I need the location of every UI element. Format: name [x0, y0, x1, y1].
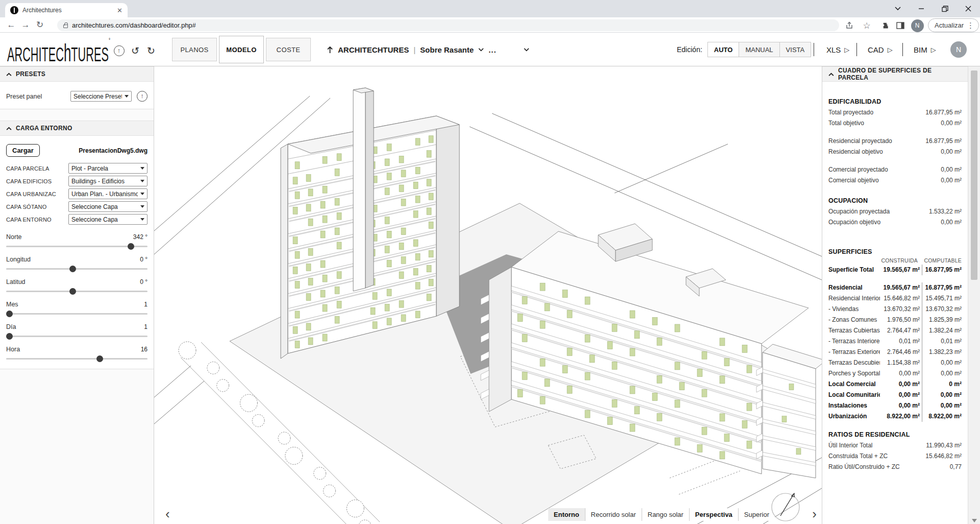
preset-upload-icon[interactable]: ↑ [137, 91, 148, 102]
url-bar[interactable]: architechtures.com/dashboard/editor.php# [57, 19, 839, 31]
superficies-computable: 13.670,32 m² [922, 304, 962, 315]
browser-menu-dots-icon[interactable]: ⋮ [967, 21, 974, 30]
slider-thumb[interactable] [69, 288, 76, 295]
section-chevron-down-icon[interactable] [524, 48, 529, 52]
breadcrumb-project[interactable]: ARCHITECHTURES [338, 45, 409, 54]
model-viewport[interactable]: ‹ › EntornoRecorrido solarRango solarPer… [154, 66, 822, 524]
superficies-computable: 16.877,95 m² [922, 265, 962, 275]
share-icon[interactable] [842, 19, 856, 32]
view-tab-rango-solar[interactable]: Rango solar [642, 508, 689, 521]
edition-mode-vista[interactable]: VISTA [780, 42, 812, 57]
edificabilidad-label: Comercial proyectado [828, 164, 888, 175]
ocupacion-row: Ocupación proyectada1.533,22 m² [828, 206, 962, 217]
layer-select-4[interactable]: Seleccione Capa [68, 214, 148, 225]
reload-icon[interactable]: ↻ [33, 19, 47, 30]
slider-thumb[interactable] [128, 243, 134, 250]
back-icon[interactable]: ← [4, 20, 18, 30]
presets-panel-header[interactable]: PRESETS [0, 66, 154, 82]
forward-icon[interactable]: → [18, 20, 33, 30]
slider-track[interactable] [6, 358, 148, 360]
superficies-label: Residencial [828, 282, 880, 293]
edificabilidad-row: Residencial objetivo0,00 m² [828, 147, 962, 157]
edificabilidad-row: Total proyectado16.877,95 m² [828, 107, 962, 118]
upload-project-icon[interactable]: ↑ [113, 45, 125, 56]
scrollbar-down-arrow-icon[interactable] [972, 519, 977, 522]
slider-track[interactable] [6, 268, 148, 270]
slider-value: 0 ° [140, 256, 148, 263]
update-button[interactable]: Actualizar ⋮ [928, 18, 979, 32]
preset-select[interactable]: Seleccione Preset [70, 91, 132, 102]
bookmark-star-icon[interactable]: ☆ [860, 19, 874, 32]
superficies-row: Terrazas Descubiertas1.154,38 m²0,00 m² [828, 358, 962, 368]
side-panel-icon[interactable] [893, 19, 908, 32]
superficies-label: Instalaciones [828, 400, 880, 411]
export-cad-button[interactable]: CAD▷ [868, 44, 893, 55]
layer-select-value: Buildings - Edificios [71, 178, 125, 185]
edition-mode-auto[interactable]: AUTO [707, 42, 740, 57]
layer-select-1[interactable]: Buildings - Edificios [68, 176, 148, 186]
redo-icon[interactable]: ↻ [145, 45, 157, 56]
tab-planos[interactable]: PLANOS [172, 38, 217, 61]
browser-tab[interactable]: Architechtures ✕ [5, 3, 128, 17]
extensions-puzzle-icon[interactable] [879, 19, 893, 32]
url-text: architechtures.com/dashboard/editor.php# [72, 21, 196, 29]
window-minimize-icon[interactable] [910, 0, 933, 17]
user-avatar[interactable]: N [950, 41, 967, 58]
compass-widget[interactable] [769, 489, 802, 523]
slider-hora: Hora16 [6, 346, 148, 360]
slider-thumb[interactable] [69, 266, 76, 272]
tab-close-icon[interactable]: ✕ [117, 7, 122, 14]
app-logo: ARCHITEChTURES° [7, 36, 110, 67]
breadcrumb-more[interactable]: ... [488, 45, 497, 54]
superficies-row: - Zonas Comunes1.976,50 m²1.825,39 m² [828, 315, 962, 325]
layer-select-2[interactable]: Urban Plan. - Urbanismo [68, 188, 148, 199]
view-tab-recorrido-solar[interactable]: Recorrido solar [585, 508, 642, 521]
collapse-chevron-icon [6, 127, 12, 130]
breadcrumb-level[interactable]: Sobre Rasante [420, 45, 474, 54]
environment-panel-header[interactable]: CARGA ENTORNO [0, 121, 154, 136]
export-xls-button[interactable]: XLS▷ [826, 44, 849, 55]
slider-thumb[interactable] [96, 355, 103, 362]
ratio-row: Útil Interior Total11.990,43 m² [828, 440, 962, 451]
select-chevron-icon [140, 193, 144, 195]
slider-thumb[interactable] [6, 311, 13, 317]
surfaces-panel-header[interactable]: CUADRO DE SUPERFICIES DE PARCELA [822, 66, 968, 82]
window-close-icon[interactable] [957, 0, 980, 17]
level-up-arrow-icon[interactable] [327, 46, 333, 54]
select-chevron-icon [140, 218, 144, 221]
superficies-columns: CONSTRUIDA COMPUTABLE [828, 257, 962, 264]
tab-modelo[interactable]: MODELO [219, 36, 264, 63]
slider-mes: Mes1 [6, 301, 148, 315]
slider-norte: Norte342 ° [6, 233, 148, 247]
window-menu-chevron-icon[interactable] [886, 0, 910, 17]
view-tab-perspectiva[interactable]: Perspectiva [689, 508, 738, 521]
scrollbar-thumb[interactable] [971, 70, 977, 280]
slider-track[interactable] [6, 336, 148, 337]
load-dwg-button[interactable]: Cargar [6, 144, 40, 157]
view-tab-entorno[interactable]: Entorno [548, 508, 585, 521]
edificabilidad-value: 0,00 m² [941, 164, 962, 175]
superficies-constructed: 0,00 m² [880, 390, 920, 400]
slider-track[interactable] [6, 313, 148, 315]
browser-profile-avatar[interactable]: N [910, 19, 925, 32]
page-scrollbar[interactable] [968, 66, 980, 524]
slider-track[interactable] [6, 291, 148, 292]
layer-select-0[interactable]: Plot - Parcela [68, 163, 148, 174]
layer-select-3[interactable]: Seleccione Capa [68, 201, 148, 212]
export-bim-button[interactable]: BIM▷ [914, 44, 936, 55]
slider-track[interactable] [6, 246, 148, 247]
undo-icon[interactable]: ↺ [130, 45, 141, 56]
pan-left-chevron[interactable]: ‹ [165, 509, 170, 519]
slider-value: 1 [144, 301, 148, 308]
tab-coste[interactable]: COSTE [266, 38, 311, 61]
edificabilidad-label: Residencial proyectado [828, 136, 892, 147]
level-chevron-down-icon[interactable] [478, 48, 484, 52]
pan-right-chevron[interactable]: › [812, 509, 817, 519]
superficies-computable: 1.382,23 m² [922, 347, 962, 358]
ratio-row: Ratio Útil/Construido + ZC0,77 [828, 462, 962, 472]
environment-sliders: Norte342 °Longitud0 °Latitud0 °Mes1Día1H… [6, 233, 148, 360]
slider-value: 16 [141, 346, 148, 353]
window-restore-icon[interactable] [933, 0, 957, 17]
slider-thumb[interactable] [6, 333, 13, 340]
edition-mode-manual[interactable]: MANUAL [739, 42, 779, 57]
